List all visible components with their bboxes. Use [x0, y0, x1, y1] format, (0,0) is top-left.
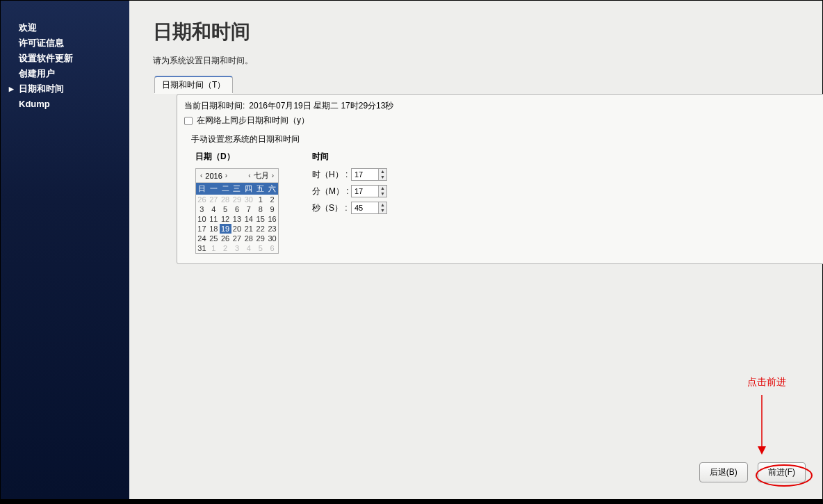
sidebar-item-label: 创建用户	[19, 67, 55, 80]
calendar-day[interactable]: 23	[266, 224, 278, 234]
weekday-header: 日	[196, 183, 208, 195]
calendar-day[interactable]: 19	[220, 224, 231, 234]
sidebar-item-2[interactable]: 设置软件更新	[1, 51, 129, 66]
calendar-day[interactable]: 13	[231, 214, 243, 224]
minute-down-icon[interactable]: ▼	[379, 191, 386, 197]
second-down-icon[interactable]: ▼	[379, 208, 386, 213]
calendar-day[interactable]: 29	[231, 195, 243, 204]
sidebar-item-label: 日期和时间	[19, 83, 64, 95]
weekday-header: 三	[231, 183, 243, 195]
calendar-day[interactable]: 4	[243, 243, 254, 253]
calendar-day[interactable]: 24	[196, 234, 208, 243]
sidebar-item-label: 设置软件更新	[19, 52, 73, 65]
calendar-day[interactable]: 6	[231, 204, 243, 214]
calendar-day[interactable]: 9	[266, 204, 278, 214]
sidebar-item-label: 许可证信息	[19, 37, 64, 49]
page-intro: 请为系统设置日期和时间。	[129, 55, 822, 76]
calendar-day[interactable]: 6	[266, 243, 278, 253]
tab-label: 日期和时间（T）	[162, 80, 225, 90]
second-label: 秒（S） :	[312, 202, 351, 214]
calendar-day[interactable]: 31	[196, 243, 208, 253]
tab-datetime[interactable]: 日期和时间（T）	[154, 76, 233, 93]
prev-month-icon[interactable]: ‹	[247, 172, 252, 179]
sidebar-item-1[interactable]: 许可证信息	[1, 35, 129, 51]
weekday-header: 二	[220, 183, 231, 195]
calendar-day[interactable]: 27	[208, 195, 220, 204]
calendar-day[interactable]: 7	[243, 204, 254, 214]
ntp-row: 在网络上同步日期和时间（y）	[184, 115, 822, 127]
calendar-day[interactable]: 29	[254, 234, 266, 243]
calendar-day[interactable]: 30	[243, 195, 254, 204]
calendar-day[interactable]: 3	[196, 204, 208, 214]
second-input[interactable]	[352, 202, 378, 213]
second-up-icon[interactable]: ▲	[379, 202, 386, 208]
calendar: ‹ 2016 › ‹ 七月 ›	[195, 168, 279, 254]
calendar-day[interactable]: 8	[254, 204, 266, 214]
current-datetime-value: 2016年07月19日 星期二 17时29分13秒	[249, 100, 393, 112]
sidebar-item-4[interactable]: ▸日期和时间	[1, 81, 129, 97]
datetime-panel: 当前日期和时间: 2016年07月19日 星期二 17时29分13秒 在网络上同…	[177, 94, 823, 264]
sidebar-item-3[interactable]: 创建用户	[1, 66, 129, 81]
hour-label: 时（H） :	[312, 169, 351, 181]
weekday-header: 一	[208, 183, 220, 195]
tab-bar: 日期和时间（T）	[154, 76, 806, 93]
calendar-day[interactable]: 30	[266, 234, 278, 243]
hour-spinner[interactable]: ▲ ▼	[351, 168, 387, 181]
calendar-grid: 2627282930123456789101112131415161718192…	[196, 195, 278, 253]
back-button[interactable]: 后退(B)	[699, 462, 748, 482]
current-datetime-label: 当前日期和时间:	[184, 100, 245, 112]
calendar-day[interactable]: 10	[196, 214, 208, 224]
minute-up-icon[interactable]: ▲	[379, 186, 386, 191]
main-pane: 日期和时间 请为系统设置日期和时间。 日期和时间（T） 当前日期和时间: 201…	[129, 1, 822, 499]
sidebar-item-5[interactable]: Kdump	[1, 97, 129, 112]
calendar-day[interactable]: 17	[196, 224, 208, 234]
page-title: 日期和时间	[129, 1, 822, 55]
next-month-icon[interactable]: ›	[270, 172, 275, 179]
minute-spinner[interactable]: ▲ ▼	[351, 185, 387, 197]
date-section-title: 日期（D）	[195, 151, 279, 163]
sidebar-item-label: Kdump	[19, 98, 50, 111]
hour-input[interactable]	[352, 169, 378, 180]
prev-year-icon[interactable]: ‹	[199, 172, 204, 179]
calendar-day[interactable]: 12	[220, 214, 231, 224]
annotation-text: 点击前进	[747, 376, 786, 389]
sidebar: 欢迎许可证信息设置软件更新创建用户▸日期和时间Kdump	[1, 1, 129, 499]
ntp-checkbox[interactable]	[184, 117, 193, 125]
calendar-day[interactable]: 3	[231, 243, 243, 253]
manual-header: 手动设置您系统的日期和时间	[191, 133, 822, 145]
weekday-header: 五	[254, 183, 266, 195]
calendar-day[interactable]: 4	[208, 204, 220, 214]
calendar-day[interactable]: 2	[220, 243, 231, 253]
calendar-day[interactable]: 20	[231, 224, 243, 234]
current-datetime-row: 当前日期和时间: 2016年07月19日 星期二 17时29分13秒	[184, 100, 822, 112]
calendar-day[interactable]: 27	[231, 234, 243, 243]
minute-input[interactable]	[352, 186, 378, 197]
calendar-day[interactable]: 16	[266, 214, 278, 224]
calendar-day[interactable]: 1	[254, 195, 266, 204]
calendar-day[interactable]: 1	[208, 243, 220, 253]
next-year-icon[interactable]: ›	[224, 172, 229, 179]
calendar-day[interactable]: 15	[254, 214, 266, 224]
second-spinner[interactable]: ▲ ▼	[351, 202, 387, 214]
hour-up-icon[interactable]: ▲	[379, 169, 386, 174]
weekday-header: 六	[266, 183, 278, 195]
calendar-day[interactable]: 25	[208, 234, 220, 243]
calendar-day[interactable]: 5	[254, 243, 266, 253]
sidebar-item-0[interactable]: 欢迎	[1, 20, 129, 35]
calendar-day[interactable]: 2	[266, 195, 278, 204]
calendar-day[interactable]: 5	[220, 204, 231, 214]
calendar-day[interactable]: 11	[208, 214, 220, 224]
minute-label: 分（M） :	[312, 186, 351, 197]
ntp-label: 在网络上同步日期和时间（y）	[197, 115, 309, 127]
calendar-day[interactable]: 22	[254, 224, 266, 234]
calendar-day[interactable]: 26	[196, 195, 208, 204]
calendar-day[interactable]: 21	[243, 224, 254, 234]
calendar-day[interactable]: 28	[243, 234, 254, 243]
current-marker-icon: ▸	[9, 83, 14, 95]
hour-down-icon[interactable]: ▼	[379, 174, 386, 180]
calendar-day[interactable]: 28	[220, 195, 231, 204]
calendar-day[interactable]: 14	[243, 214, 254, 224]
calendar-day[interactable]: 18	[208, 224, 220, 234]
calendar-year: 2016	[205, 172, 222, 180]
calendar-day[interactable]: 26	[220, 234, 231, 243]
